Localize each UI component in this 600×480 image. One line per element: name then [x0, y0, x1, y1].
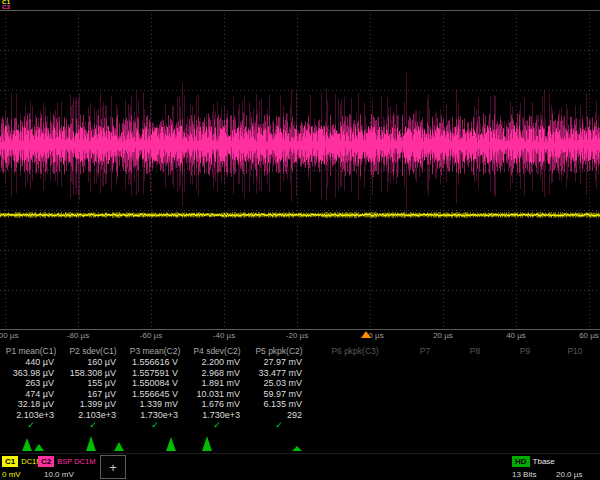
descriptor-bar: C1 DC1M C2 BSP DC1M 0 mV 10.0 mV + HD Tb… [0, 453, 600, 480]
trigger-time-marker-icon[interactable] [361, 331, 371, 338]
measure-cell [400, 389, 450, 400]
measure-cell [400, 399, 450, 410]
c1-descriptor[interactable]: C1 DC1M [2, 456, 43, 467]
measure-header-row: P1 mean(C1)P2 sdev(C1)P3 mean(C2)P4 sdev… [0, 346, 600, 357]
time-axis: -100 µs-80 µs-60 µs-40 µs-20 µs0 µs20 µs… [0, 331, 600, 343]
add-button[interactable]: + [100, 455, 126, 479]
measure-cell [450, 368, 500, 379]
histogram-spike-icon [86, 436, 96, 451]
measure-param-header[interactable]: P4 sdev(C2) [186, 346, 248, 357]
measure-param-header[interactable]: P7 [400, 346, 450, 357]
c2-trace-tag: C2 [2, 5, 11, 10]
measure-cell: 2.103e+3 [0, 410, 62, 421]
measure-cell: 160 µV [62, 357, 124, 368]
timebase-descriptor[interactable]: HD Tbase [512, 456, 555, 467]
measure-cell [450, 357, 500, 368]
measure-param-header[interactable]: P6 pkpk(C3) [310, 346, 400, 357]
measure-cell [550, 410, 600, 421]
c1-badge[interactable]: C1 [2, 456, 18, 467]
measure-param-header[interactable]: P9 [500, 346, 550, 357]
c2-descriptor[interactable]: C2 BSP DC1M [38, 456, 95, 467]
time-label: -80 µs [67, 331, 89, 340]
histogram-spike-icon [22, 438, 32, 451]
measure-cell: 1.556616 V [124, 357, 186, 368]
check-icon: ✓ [248, 420, 310, 431]
time-label: -40 µs [213, 331, 235, 340]
measure-value-row: 263 µV155 µV1.550084 V1.891 mV25.03 mV [0, 378, 600, 389]
measure-cell [400, 410, 450, 421]
measure-status-check [500, 420, 550, 431]
measure-param-header[interactable]: P10 [550, 346, 600, 357]
measure-cell [450, 399, 500, 410]
time-label: -60 µs [140, 331, 162, 340]
plus-icon: + [109, 460, 117, 475]
histicon[interactable] [70, 430, 126, 452]
measure-cell [500, 368, 550, 379]
measure-cell [500, 389, 550, 400]
measure-param-header[interactable]: P2 sdev(C1) [62, 346, 124, 357]
measure-param-header[interactable]: P1 mean(C1) [0, 346, 62, 357]
c1-scale-value: 0 mV [2, 470, 21, 479]
histogram-spike-icon [292, 446, 302, 451]
measure-param-header[interactable]: P8 [450, 346, 500, 357]
measure-cell: 2.103e+3 [62, 410, 124, 421]
measure-cell: 440 µV [0, 357, 62, 368]
measure-cell: 2.968 mV [186, 368, 248, 379]
check-icon: ✓ [186, 420, 248, 431]
measure-cell [500, 399, 550, 410]
measure-cell [400, 368, 450, 379]
measure-cell: 167 µV [62, 389, 124, 400]
measure-status-check [400, 420, 450, 431]
time-label: 60 µs [579, 331, 599, 340]
measure-cell: 33.477 mV [248, 368, 310, 379]
c2-badge[interactable]: C2 [38, 456, 54, 467]
histicon[interactable] [194, 430, 250, 452]
measure-cell [550, 368, 600, 379]
measure-cell [500, 410, 550, 421]
measure-cell: 1.557591 V [124, 368, 186, 379]
c2-scale-value: 10.0 mV [44, 470, 74, 479]
histicon[interactable] [256, 430, 312, 452]
measure-param-header[interactable]: P3 mean(C2) [124, 346, 186, 357]
measure-value-row: 363.98 µV158.308 µV1.557591 V2.968 mV33.… [0, 368, 600, 379]
measure-status-row: ✓✓✓✓✓ [0, 420, 600, 431]
measure-cell: 292 [248, 410, 310, 421]
histogram-spike-icon [202, 436, 212, 451]
measure-cell [450, 378, 500, 389]
measure-cell [500, 378, 550, 389]
measure-cell: 1.399 µV [62, 399, 124, 410]
histogram-spike-icon [34, 444, 44, 451]
measure-value-row: 2.103e+32.103e+31.730e+31.730e+3292 [0, 410, 600, 421]
tbase-label: Tbase [533, 457, 555, 466]
measure-cell [500, 357, 550, 368]
measure-status-check [550, 420, 600, 431]
measure-param-header[interactable]: P5 pkpk(C2) [248, 346, 310, 357]
measure-cell [310, 410, 400, 421]
measure-cell [450, 410, 500, 421]
measure-cell [550, 399, 600, 410]
measure-cell: 27.97 mV [248, 357, 310, 368]
measure-cell: 363.98 µV [0, 368, 62, 379]
measure-cell [550, 378, 600, 389]
waveform-grid[interactable] [0, 10, 600, 330]
measure-table: P1 mean(C1)P2 sdev(C1)P3 mean(C2)P4 sdev… [0, 346, 600, 431]
measure-cell [400, 357, 450, 368]
histicon[interactable] [8, 430, 64, 452]
channel-tags: C1 C2 [2, 0, 11, 10]
measure-cell: 59.97 mV [248, 389, 310, 400]
measure-cell [400, 378, 450, 389]
measure-cell: 158.308 µV [62, 368, 124, 379]
measure-status-check [310, 420, 400, 431]
measure-cell: 32.18 µV [0, 399, 62, 410]
measure-cell: 155 µV [62, 378, 124, 389]
adc-bits-value: 13 Bits [512, 470, 536, 479]
c2-coupling-label: BSP DC1M [57, 457, 95, 466]
measure-cell [450, 389, 500, 400]
tbase-scale-value: 20.0 µs [556, 470, 582, 479]
measure-value-row: 440 µV160 µV1.556616 V2.200 mV27.97 mV [0, 357, 600, 368]
measure-cell: 1.730e+3 [186, 410, 248, 421]
measure-value-row: 32.18 µV1.399 µV1.339 mV1.676 mV6.135 mV [0, 399, 600, 410]
check-icon: ✓ [0, 420, 62, 431]
measure-cell: 1.339 mV [124, 399, 186, 410]
histicon[interactable] [132, 430, 188, 452]
